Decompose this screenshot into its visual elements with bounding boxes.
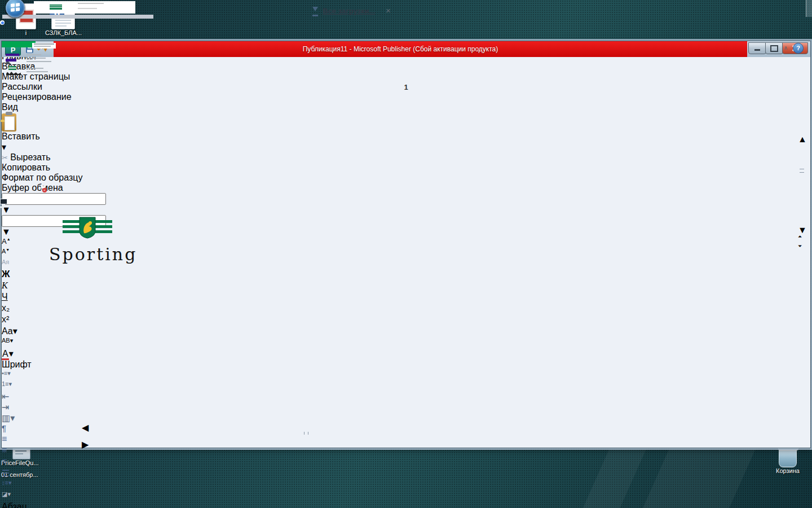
window-titlebar[interactable]: P ↶▾ ↷ Публикация11 - Microsoft Publishe… — [2, 41, 810, 57]
font-name-input[interactable] — [2, 193, 106, 205]
action-center-flag-icon[interactable]: ⚑ × — [39, 182, 46, 192]
superscript-button[interactable]: x² — [2, 314, 13, 326]
grow-font-button[interactable]: A▲ — [2, 237, 13, 248]
browser-hscroll-thumb[interactable] — [2, 15, 153, 19]
show-desktop-button[interactable] — [806, 0, 812, 17]
tab-page-layout[interactable]: Макет страницы — [2, 72, 810, 82]
sporting-logo-graphic — [63, 216, 112, 239]
downloads-close-icon[interactable]: × — [386, 6, 391, 15]
browser-page-preview — [34, 1, 135, 14]
paragraph-group-label: Абзац — [2, 502, 103, 508]
font-name-combo[interactable]: ▼ — [2, 193, 65, 215]
bold-button[interactable]: Ж — [2, 269, 12, 281]
show-paragraph-marks-icon[interactable]: ¶ — [2, 423, 13, 434]
maximize-button[interactable] — [765, 42, 783, 54]
clipboard-group-label: Буфер обмена — [2, 183, 98, 193]
paragraph-fill-button[interactable]: ◪▾ — [2, 491, 17, 502]
window-title: Публикация11 - Microsoft Publisher (Сбой… — [54, 41, 747, 57]
underline-button[interactable]: Ч — [2, 292, 12, 303]
increase-indent-button[interactable]: ⇥ — [2, 402, 13, 413]
justify-button[interactable]: ☰ — [2, 468, 12, 479]
sporting-club-logo[interactable] — [63, 216, 112, 241]
page-up-button[interactable]: ⏶ — [798, 234, 806, 243]
shrink-font-button[interactable]: A▼ — [2, 248, 13, 259]
help-icon[interactable]: ? — [793, 43, 804, 54]
h-scrollbar[interactable]: ◀ ▶ — [82, 422, 797, 432]
align-center-button[interactable]: ≡ — [2, 445, 12, 457]
scroll-left-arrow[interactable]: ◀ — [82, 422, 90, 430]
clear-formatting-button[interactable]: Ая — [2, 259, 14, 269]
columns-button[interactable]: ▥▾ — [2, 413, 16, 423]
tab-review[interactable]: Рецензирование — [2, 92, 810, 102]
font-size-dropdown[interactable]: ▼ — [2, 227, 11, 237]
paste-icon — [2, 113, 16, 132]
line-spacing-button[interactable]: ↕≡▾ — [2, 479, 17, 491]
publisher-window: P ↶▾ ↷ Публикация11 - Microsoft Publishe… — [1, 41, 811, 448]
windows-logo-icon — [11, 3, 20, 12]
font-group-label: Шрифт — [2, 360, 126, 370]
browser-hscrollbar[interactable] — [2, 15, 394, 21]
scroll-right-arrow[interactable]: ▶ — [82, 439, 90, 446]
tab-insert[interactable]: Вставка — [2, 62, 810, 72]
v-scrollbar[interactable]: ▲ ▼ ⏶ ⏷ — [798, 134, 808, 421]
page-down-button[interactable]: ⏷ — [798, 243, 806, 253]
bullets-button[interactable]: •≡▾ — [2, 370, 16, 380]
v-scroll-thumb[interactable] — [798, 169, 806, 225]
format-painter-button[interactable]: Формат по образцу — [2, 173, 810, 183]
paste-button[interactable]: Вставить ▾ — [2, 113, 33, 152]
team-name-text[interactable]: Sporting — [49, 244, 137, 264]
numbering-button[interactable]: 1≡▾ — [2, 380, 16, 391]
copy-button[interactable]: Копировать — [2, 163, 810, 173]
desktop-icon-label: i — [8, 29, 44, 36]
cut-button[interactable]: ✂ Вырезать — [2, 152, 810, 163]
minimize-ribbon-icon[interactable]: ∧ — [784, 45, 788, 51]
align-left-button[interactable]: ≡ — [2, 434, 12, 445]
screen: i W СЗЛК_БЛА... PriceFileQu... 01 сентяб… — [0, 0, 812, 508]
align-right-button[interactable]: ≡ — [2, 457, 12, 468]
decrease-indent-button[interactable]: ⇤ — [2, 391, 13, 402]
scroll-down-arrow[interactable]: ▼ — [798, 225, 806, 234]
change-case-button[interactable]: Аа▾ — [2, 326, 16, 337]
desktop-icon-label: СЗЛК_БЛА... — [45, 29, 81, 36]
ribbon: Вставить ▾ ✂ Вырезать Копировать Формат … — [2, 113, 810, 508]
scissors-icon: ✂ — [2, 154, 8, 162]
tab-view[interactable]: Вид — [2, 102, 810, 112]
thumbnail-page-number: 1 — [2, 83, 810, 91]
mini-logo — [50, 5, 62, 10]
subscript-button[interactable]: x₂ — [2, 303, 13, 314]
h-scroll-thumb[interactable] — [82, 432, 530, 439]
italic-button[interactable]: К — [2, 281, 12, 292]
all-downloads-link[interactable]: Все загрузки... — [323, 7, 375, 15]
font-color-button[interactable]: А▾ — [2, 348, 16, 360]
scroll-up-arrow[interactable]: ▲ — [798, 134, 806, 143]
character-spacing-button[interactable]: АВ▾ — [2, 337, 19, 348]
font-size-combo[interactable]: ▼ — [2, 215, 23, 237]
download-all-icon — [311, 6, 319, 16]
minimize-button[interactable] — [748, 42, 766, 54]
